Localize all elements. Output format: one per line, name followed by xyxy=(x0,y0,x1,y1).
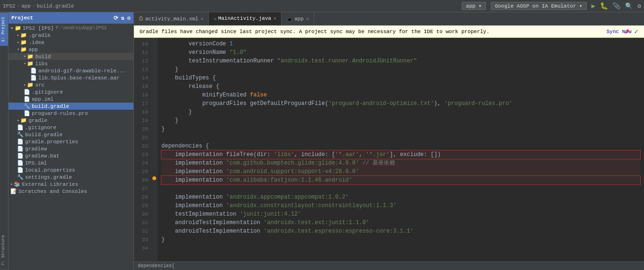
line-number: 21 xyxy=(134,133,148,142)
tab-mainactivity[interactable]: ☕ MainActivity.java ✕ xyxy=(209,12,282,26)
tree-item-proguard[interactable]: 📄 proguard-rules.pro xyxy=(9,110,133,117)
tree-arrow: ▸ xyxy=(17,40,19,45)
breadcrumb-app[interactable]: app xyxy=(21,3,31,9)
breadcrumb-buildgradle[interactable]: build.gradle xyxy=(36,3,74,9)
file-icon: 📄 xyxy=(17,153,24,159)
tree-item-gradlewbat[interactable]: 📄 gradlew.bat xyxy=(9,152,133,159)
code-line: minifyEnabled false xyxy=(161,91,640,99)
code-line xyxy=(161,184,640,193)
code-line xyxy=(161,133,640,142)
tree-root[interactable]: ▾ 📁 IPS2 [IPS] F:\AndroidApp\IPS2 xyxy=(9,25,133,32)
project-tree: ▾ 📁 IPS2 [IPS] F:\AndroidApp\IPS2 ▸ 📁 .g… xyxy=(9,24,133,270)
line-number: 26 xyxy=(134,176,148,184)
side-label-structure[interactable]: 7: Structure xyxy=(0,231,8,270)
tree-item-scratches[interactable]: 📝 Scratches and Consoles xyxy=(9,188,133,195)
close-icon[interactable]: ✕ xyxy=(306,16,309,22)
tree-item-ipsiml[interactable]: 📄 IPS.iml xyxy=(9,159,133,166)
run-config-dropdown[interactable]: app ▾ xyxy=(462,2,486,10)
item-label: settings.gradle xyxy=(25,174,72,180)
file-icon: 📄 xyxy=(24,96,30,102)
tree-item-lib5plus[interactable]: 📄 lib.5plus.base-release.aar xyxy=(9,74,133,81)
tree-item-gif[interactable]: 📄 android-gif-drawable-rele... xyxy=(9,67,133,74)
folder-icon: 📁 xyxy=(27,61,34,67)
tree-item-build[interactable]: ▾ 📁 build xyxy=(9,53,133,60)
tree-item-idea[interactable]: ▸ 📁 .idea xyxy=(9,39,133,46)
run-icon[interactable]: ▶ xyxy=(591,2,595,10)
scratches-icon: 📝 xyxy=(10,188,17,194)
line-number: 19 xyxy=(134,116,148,125)
app-icon: 📱 xyxy=(286,16,293,22)
line-number: 10 xyxy=(134,40,148,48)
file-icon: 📄 xyxy=(17,167,24,173)
gradle-icon: 🔧 xyxy=(17,131,24,138)
code-line: testInstrumentationRunner "androidx.test… xyxy=(161,57,640,65)
sync-icon[interactable]: ⟳ xyxy=(114,15,118,22)
line-number: 30 xyxy=(134,210,148,218)
line-number: 33 xyxy=(134,235,148,244)
side-label-project[interactable]: 1: Project xyxy=(0,12,8,46)
close-icon[interactable]: ✕ xyxy=(273,16,276,21)
debug-icon[interactable]: 🐛 xyxy=(600,2,608,10)
tree-item-buildgradle-app[interactable]: 🔧 build.gradle xyxy=(9,103,133,110)
line-number: 34 xyxy=(134,244,148,253)
line-number: 27 xyxy=(134,184,148,193)
tree-item-app[interactable]: ▾ 📁 app xyxy=(9,46,133,53)
tree-arrow: ▸ xyxy=(24,82,26,87)
tree-item-gradleprops[interactable]: 📄 gradle.properties xyxy=(9,138,133,145)
close-icon[interactable]: ✕ xyxy=(201,16,203,22)
code-line: androidTestImplementation 'androidx.test… xyxy=(161,218,640,227)
item-label: IPS.iml xyxy=(25,160,47,166)
notification-bar: Gradle files have changed since last pro… xyxy=(134,26,644,38)
code-line-selected-26: implementation 'com.alibaba:fastjson:1.1… xyxy=(161,176,640,184)
tab-label: activity_main.xml xyxy=(145,16,198,22)
tree-item-appiml[interactable]: 📄 app.iml xyxy=(9,96,133,103)
folder-icon: 📁 xyxy=(20,117,27,123)
code-line: implementation 'androidx.appcompat:appco… xyxy=(161,193,640,201)
item-label: gradlew xyxy=(25,146,47,152)
item-label: .idea xyxy=(28,40,44,45)
tree-item-buildgradle-root[interactable]: 🔧 build.gradle xyxy=(9,131,133,138)
code-line-selected-23: implementation fileTree(dir: 'libs', inc… xyxy=(161,150,640,159)
tab-activity-main[interactable]: 🗋 activity_main.xml ✕ xyxy=(134,12,209,26)
item-label: android-gif-drawable-rele... xyxy=(38,68,126,74)
folder-icon: 📁 xyxy=(20,32,27,38)
line-number: 15 xyxy=(134,82,148,91)
line-number: 25 xyxy=(134,167,148,176)
tree-item-src[interactable]: ▸ 📁 src xyxy=(9,81,133,88)
tab-app[interactable]: 📱 app ✕ xyxy=(282,12,314,26)
search-everywhere-icon[interactable]: 🔍 xyxy=(625,2,633,10)
tree-arrow: ▾ xyxy=(24,54,26,59)
tree-item-localprops[interactable]: 📄 local.properties xyxy=(9,166,133,174)
settings-icon[interactable]: ⚙ xyxy=(637,2,641,10)
item-label: proguard-rules.pro xyxy=(32,111,88,116)
tree-item-gradle-dir[interactable]: ▸ 📁 gradle xyxy=(9,117,133,124)
file-icon: 📄 xyxy=(24,89,30,95)
editor-gutter xyxy=(151,38,158,261)
root-path: F:\AndroidApp\IPS2 xyxy=(56,26,107,31)
item-label: local.properties xyxy=(25,167,75,173)
tree-item-gitignore-root[interactable]: 📄 .gitignore xyxy=(9,124,133,131)
tree-item-external-libs[interactable]: ▸ 📚 External Libraries xyxy=(9,181,133,188)
tree-item-gradlew[interactable]: 📄 gradlew xyxy=(9,145,133,152)
gear-icon[interactable]: ⚙ xyxy=(127,15,131,22)
breadcrumb-sep2: › xyxy=(32,3,35,9)
code-line: dependencies { xyxy=(161,142,640,150)
breadcrumb-ips2[interactable]: IPS2 xyxy=(3,3,15,9)
item-label: src xyxy=(35,82,44,88)
attach-icon[interactable]: 📎 xyxy=(613,2,620,10)
tree-item-libs[interactable]: ▾ 📁 libs xyxy=(9,60,133,67)
tree-item-settingsgradle[interactable]: 🔧 settings.gradle xyxy=(9,174,133,181)
item-label: build.gradle xyxy=(32,104,69,109)
code-content[interactable]: versionCode 1 versionName "1.0" testInst… xyxy=(158,38,644,261)
line-number: 20 xyxy=(134,125,148,133)
emulator-dropdown[interactable]: Google AOSP on IA Emulator ▾ xyxy=(491,2,587,10)
item-label: .gitignore xyxy=(25,125,56,131)
file-icon: 📄 xyxy=(17,139,24,145)
tree-item-gitignore-app[interactable]: 📄 .gitignore xyxy=(9,88,133,96)
tree-item-gradle-root[interactable]: ▸ 📁 .gradle xyxy=(9,32,133,39)
project-label: Project xyxy=(11,15,33,21)
collapse-icon[interactable]: ⇅ xyxy=(121,15,124,22)
item-label: .gradle xyxy=(28,33,50,38)
code-line-selected-25: implementation 'com.android.support:supp… xyxy=(161,167,640,176)
line-number: 24 xyxy=(134,159,148,167)
